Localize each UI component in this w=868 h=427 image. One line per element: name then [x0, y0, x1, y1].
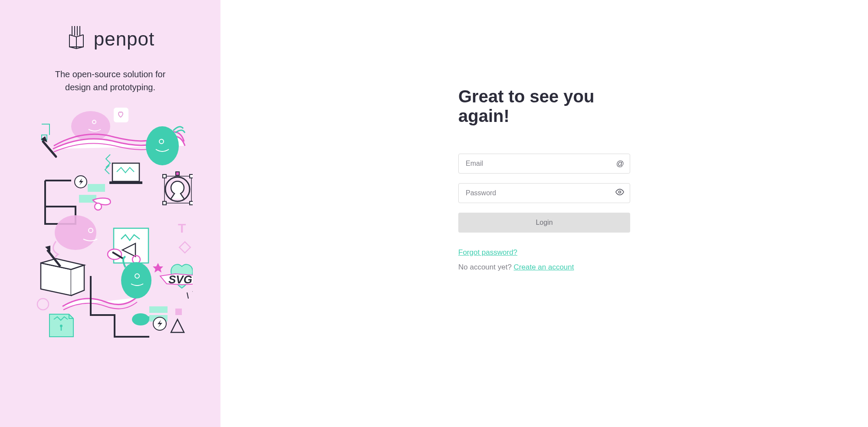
tagline-line2: design and prototyping. — [65, 82, 155, 92]
svg-rect-11 — [109, 181, 142, 184]
svg-rect-46 — [175, 309, 182, 315]
svg-line-39 — [187, 292, 188, 299]
brand-name: penpot — [94, 28, 155, 50]
eye-icon[interactable] — [615, 188, 624, 199]
email-field-wrapper: @ — [458, 154, 630, 174]
svg-text:SVG: SVG — [168, 273, 192, 286]
svg-rect-13 — [163, 174, 166, 178]
svg-point-7 — [146, 126, 179, 165]
svg-point-33 — [37, 299, 49, 310]
logo: penpot — [66, 26, 155, 52]
svg-rect-16 — [190, 201, 193, 205]
email-field[interactable] — [458, 154, 630, 174]
tagline-line1: The open-source solution for — [55, 69, 166, 79]
svg-rect-14 — [190, 174, 193, 178]
no-account-row: No account yet? Create an account — [458, 263, 630, 272]
svg-point-25 — [95, 203, 102, 210]
svg-point-47 — [619, 191, 621, 193]
svg-point-34 — [121, 262, 151, 299]
sidebar: penpot The open-source solution for desi… — [0, 0, 220, 427]
svg-rect-15 — [163, 201, 166, 205]
create-account-link[interactable]: Create an account — [514, 263, 574, 271]
login-button[interactable]: Login — [458, 213, 630, 233]
svg-rect-43 — [149, 306, 168, 313]
at-icon: @ — [616, 159, 624, 168]
tagline: The open-source solution for design and … — [55, 68, 166, 94]
svg-rect-4 — [114, 108, 128, 122]
page-heading: Great to see you again! — [458, 87, 630, 126]
password-field[interactable] — [458, 183, 630, 203]
password-field-wrapper — [458, 183, 630, 203]
login-form: Great to see you again! @ Login Forgot p… — [458, 87, 630, 272]
svg-rect-23 — [88, 184, 105, 192]
svg-rect-17 — [176, 172, 179, 175]
svg-rect-32 — [179, 242, 190, 253]
svg-text:T: T — [178, 221, 186, 235]
sidebar-illustration: T SVG — [28, 102, 193, 427]
forgot-password-link[interactable]: Forgot password? — [458, 248, 630, 257]
main-content: Great to see you again! @ Login Forgot p… — [220, 0, 868, 427]
no-account-text: No account yet? — [458, 263, 514, 271]
penpot-logo-icon — [66, 26, 87, 52]
svg-point-42 — [132, 313, 149, 325]
